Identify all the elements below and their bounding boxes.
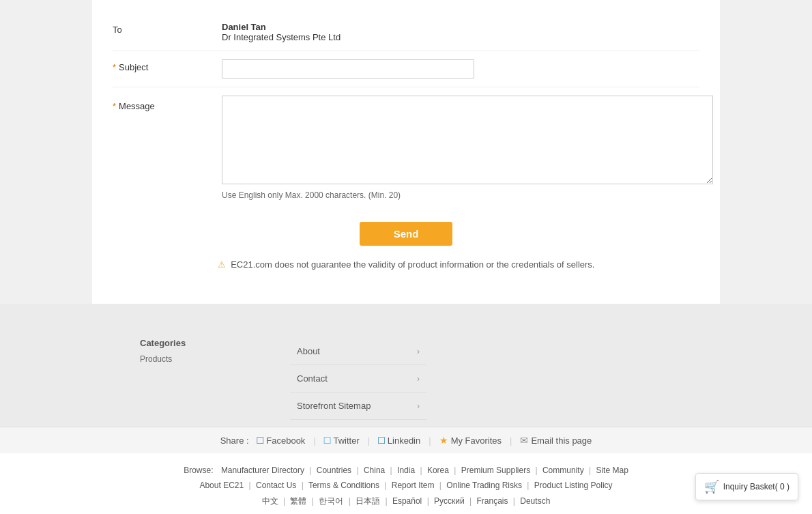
lang-es[interactable]: Español [392, 496, 422, 506]
message-textarea[interactable] [222, 96, 713, 184]
favorites-icon: ★ [439, 435, 448, 446]
bottom-links: Browse: Manufacturer Directory | Countri… [0, 453, 812, 514]
footer-menu-box: About › Contact › Storefront Sitemap › [290, 338, 426, 420]
lang-ja[interactable]: 日本語 [356, 496, 380, 506]
browse-india[interactable]: India [397, 466, 415, 475]
to-label: To [113, 22, 222, 35]
email-page-link[interactable]: ✉ Email this page [520, 435, 592, 446]
footer-categories: Categories Products [140, 338, 249, 420]
revain-widget[interactable]: 🛒 Inquiry Basket( 0 ) [695, 473, 798, 500]
lang-ru[interactable]: Русский [434, 496, 465, 506]
facebook-label: Facebook [266, 436, 305, 446]
footer-contact-item[interactable]: Contact › [290, 365, 426, 392]
report-item-link[interactable]: Report Item [392, 481, 435, 490]
share-label: Share : [220, 436, 249, 446]
footer-contact-label: Contact [297, 373, 328, 384]
lang-tw[interactable]: 繁體 [290, 496, 306, 506]
char-hint: Use English only Max. 2000 characters. (… [222, 190, 713, 200]
required-star: * [113, 62, 116, 72]
recipient-company: Dr Integrated Systems Pte Ltd [222, 32, 699, 42]
browse-row: Browse: Manufacturer Directory | Countri… [0, 466, 812, 475]
recipient-name: Daniel Tan [222, 22, 699, 32]
subject-value [222, 59, 699, 78]
browse-label: Browse: [184, 466, 213, 475]
favorites-link[interactable]: ★ My Favorites [439, 435, 502, 446]
browse-manufacturer[interactable]: Manufacturer Directory [221, 466, 304, 475]
footer-sitemap-label: Storefront Sitemap [297, 401, 371, 411]
product-listing-link[interactable]: Product Listing Policy [534, 481, 613, 490]
send-row: Send [113, 208, 699, 253]
language-row: 中文 | 繁體 | 한국어 | 日本語 | Español | Русский … [0, 496, 812, 507]
footer-about-item[interactable]: About › [290, 338, 426, 365]
browse-countries[interactable]: Countries [317, 466, 351, 475]
linkedin-link[interactable]: □ Linkedin [378, 434, 420, 446]
twitter-icon: □ [324, 434, 331, 446]
subject-label: *Subject [113, 59, 222, 72]
facebook-link[interactable]: □ Facebook [257, 434, 306, 446]
browse-korea[interactable]: Korea [427, 466, 449, 475]
terms-link[interactable]: Terms & Conditions [308, 481, 379, 490]
to-value: Daniel Tan Dr Integrated Systems Pte Ltd [222, 22, 699, 42]
categories-title: Categories [140, 338, 249, 348]
contact-us-link[interactable]: Contact Us [256, 481, 296, 490]
warning-icon: ⚠ [218, 259, 226, 270]
lang-fr[interactable]: Français [476, 496, 508, 506]
warning-text: EC21.com does not guarantee the validity… [231, 259, 594, 270]
linkedin-label: Linkedin [388, 436, 420, 446]
warning-row: ⚠ EC21.com does not guarantee the validi… [113, 253, 699, 283]
browse-sitemap[interactable]: Site Map [596, 466, 628, 475]
email-page-icon: ✉ [520, 435, 528, 446]
message-row: *Message Use English only Max. 2000 char… [113, 87, 699, 208]
browse-premium[interactable]: Premium Suppliers [461, 466, 530, 475]
footer-menu-area: About › Contact › Storefront Sitemap › [290, 338, 672, 420]
revain-icon: 🛒 [704, 479, 719, 494]
sitemap-arrow: › [417, 401, 420, 411]
favorites-label: My Favorites [451, 436, 502, 446]
to-row: To Daniel Tan Dr Integrated Systems Pte … [113, 14, 699, 51]
message-value: Use English only Max. 2000 characters. (… [222, 96, 713, 200]
lang-ko[interactable]: 한국어 [319, 496, 343, 506]
send-button[interactable]: Send [360, 222, 453, 246]
browse-community[interactable]: Community [542, 466, 584, 475]
required-star-msg: * [113, 101, 116, 111]
revain-label: Inquiry Basket( 0 ) [723, 482, 789, 491]
email-page-label: Email this page [531, 436, 592, 446]
footer-sitemap-item[interactable]: Storefront Sitemap › [290, 392, 426, 420]
subject-input[interactable] [222, 59, 474, 78]
lang-zh[interactable]: 中文 [262, 496, 278, 506]
about-arrow: › [417, 347, 420, 356]
twitter-link[interactable]: □ Twitter [324, 434, 360, 446]
policy-links-row: About EC21 | Contact Us | Terms & Condit… [0, 481, 812, 490]
about-ec21-link[interactable]: About EC21 [199, 481, 244, 490]
twitter-label: Twitter [333, 436, 359, 446]
share-row: Share : □ Facebook | □ Twitter | □ Linke… [0, 427, 812, 453]
products-link[interactable]: Products [140, 354, 172, 364]
message-label: *Message [113, 96, 222, 111]
facebook-icon: □ [257, 434, 264, 446]
trading-risks-link[interactable]: Online Trading Risks [446, 481, 522, 490]
contact-arrow: › [417, 374, 420, 384]
browse-china[interactable]: China [364, 466, 385, 475]
footer: Categories Products About › Contact › St… [0, 304, 812, 514]
lang-de[interactable]: Deutsch [520, 496, 550, 506]
footer-about-label: About [297, 346, 320, 356]
linkedin-icon: □ [378, 434, 385, 446]
subject-row: *Subject [113, 51, 699, 87]
footer-inner: Categories Products About › Contact › St… [126, 324, 686, 427]
